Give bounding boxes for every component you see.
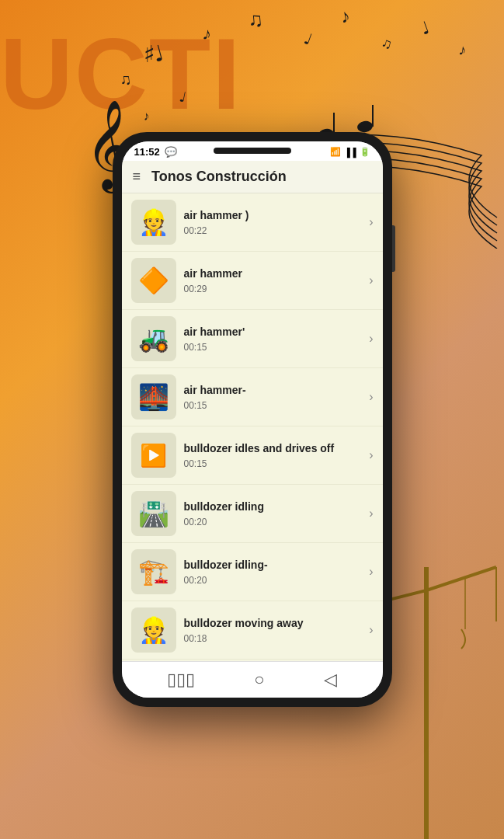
item-title: air hammer <box>184 266 362 280</box>
item-thumbnail: 🏗️ <box>131 549 176 594</box>
chevron-right-icon: › <box>369 623 373 637</box>
item-info: bulldozer idles and drives off 00:15 <box>176 441 370 468</box>
list-item[interactable]: 🌉 air hammer- 00:15 › <box>122 368 383 426</box>
item-thumbnail: 🛣️ <box>131 491 176 536</box>
chevron-right-icon: › <box>369 273 373 287</box>
battery-icon: 🔋 <box>360 147 370 157</box>
chevron-right-icon: › <box>369 215 373 229</box>
list-item[interactable]: 👷 air hammer ) 00:22 › <box>122 193 383 252</box>
list-item[interactable]: 🚜 air hammer' 00:15 › <box>122 310 383 368</box>
recents-button[interactable]: ▯▯▯ <box>167 670 195 690</box>
item-thumbnail: 👷 <box>131 200 176 245</box>
item-title: air hammer' <box>184 325 362 339</box>
item-duration: 00:20 <box>184 517 362 527</box>
list-item[interactable]: 🛣️ bulldozer idling 00:20 › <box>122 485 383 543</box>
item-thumbnail: 🚜 <box>131 316 176 361</box>
item-info: air hammer ) 00:22 <box>176 208 370 235</box>
signal-icon: ▐▐ <box>344 148 356 157</box>
item-info: air hammer- 00:15 <box>176 383 370 410</box>
wifi-icon: 📶 <box>330 147 341 157</box>
phone-frame: 11:52 💬 📶 ▐▐ 🔋 ≡ Tonos Construcción 👷 <box>113 132 392 707</box>
item-duration: 00:22 <box>184 225 362 236</box>
chevron-right-icon: › <box>369 448 373 462</box>
list-item[interactable]: 👷 bulldozer moving away 00:18 › <box>122 601 383 660</box>
chevron-right-icon: › <box>369 390 373 404</box>
chevron-right-icon: › <box>369 332 373 346</box>
item-duration: 00:18 <box>184 633 362 644</box>
status-icons: 📶 ▐▐ 🔋 <box>330 147 370 157</box>
item-title: bulldozer idling- <box>184 558 362 572</box>
status-bar: 11:52 💬 📶 ▐▐ 🔋 <box>122 141 383 161</box>
item-info: bulldozer moving away 00:18 <box>176 616 370 643</box>
list-item[interactable]: 🔶 air hammer 00:29 › <box>122 252 383 310</box>
status-left: 11:52 💬 <box>134 146 177 158</box>
item-thumbnail: ▶️ <box>131 433 176 478</box>
item-thumbnail: 🌉 <box>131 374 176 420</box>
item-thumbnail: 👷 <box>131 607 176 653</box>
app-title: Tonos Construcción <box>151 169 371 185</box>
item-duration: 00:20 <box>184 575 362 586</box>
chevron-right-icon: › <box>369 507 373 520</box>
item-title: air hammer ) <box>184 208 362 222</box>
item-info: air hammer' 00:15 <box>176 325 370 352</box>
chevron-right-icon: › <box>369 565 373 579</box>
list-item[interactable]: 🏗️ bulldozer idling- 00:20 › <box>122 543 383 601</box>
item-duration: 00:15 <box>184 458 362 469</box>
bottom-navigation: ▯▯▯ ○ ◁ <box>122 661 383 698</box>
item-title: bulldozer moving away <box>184 616 362 630</box>
item-duration: 00:15 <box>184 342 362 353</box>
status-time: 11:52 <box>134 146 160 158</box>
item-duration: 00:15 <box>184 400 362 411</box>
item-info: bulldozer idling- 00:20 <box>176 558 370 585</box>
back-button[interactable]: ◁ <box>324 670 337 690</box>
app-toolbar: ≡ Tonos Construcción <box>122 161 383 193</box>
phone-wrapper: 11:52 💬 📶 ▐▐ 🔋 ≡ Tonos Construcción 👷 <box>113 132 392 707</box>
item-duration: 00:29 <box>184 284 362 294</box>
menu-icon[interactable]: ≡ <box>133 169 141 185</box>
item-title: bulldozer idles and drives off <box>184 441 362 455</box>
item-title: air hammer- <box>184 383 362 397</box>
item-title: bulldozer idling <box>184 500 362 513</box>
home-button[interactable]: ○ <box>254 670 264 690</box>
item-thumbnail: 🔶 <box>131 258 176 303</box>
phone-screen: 11:52 💬 📶 ▐▐ 🔋 ≡ Tonos Construcción 👷 <box>122 141 383 698</box>
sound-list[interactable]: 👷 air hammer ) 00:22 › 🔶 air hammer 00:2… <box>122 193 383 661</box>
item-info: bulldozer idling 00:20 <box>176 500 370 527</box>
whatsapp-icon: 💬 <box>165 146 177 158</box>
item-info: air hammer 00:29 <box>176 266 370 294</box>
list-item[interactable]: ▶️ bulldozer idles and drives off 00:15 … <box>122 426 383 485</box>
